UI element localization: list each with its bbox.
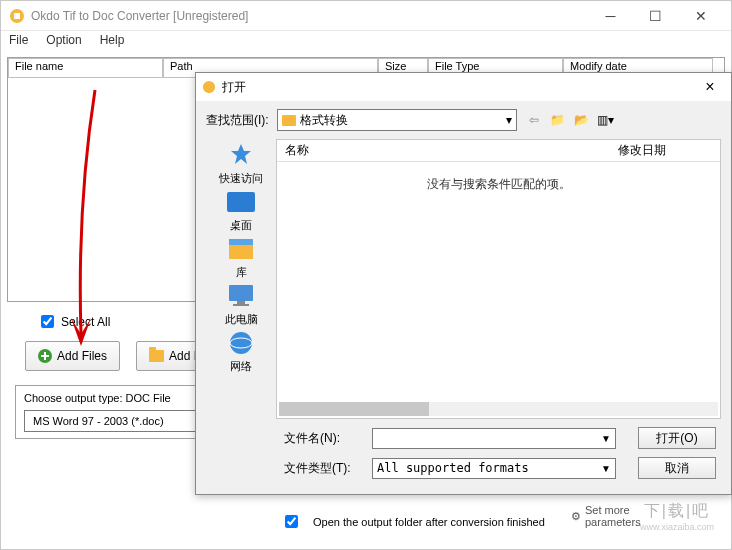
- chevron-down-icon: ▾: [506, 113, 512, 127]
- set-more-parameters-link[interactable]: ⚙ Set more parameters: [571, 504, 641, 528]
- svg-rect-6: [237, 301, 245, 304]
- desktop-icon: [225, 190, 257, 214]
- sidebar-item-this-pc[interactable]: 此电脑: [224, 282, 258, 327]
- filetype-label: 文件类型(T):: [284, 460, 362, 477]
- watermark: 下|载|吧 www.xiazaiba.com: [640, 501, 714, 532]
- star-icon: [226, 141, 256, 169]
- app-icon: [9, 8, 25, 24]
- svg-rect-2: [227, 192, 255, 212]
- maximize-button[interactable]: ☐: [633, 2, 678, 30]
- file-open-dialog: 打开 × 查找范围(I): 格式转换 ▾ ⇦ 📁 📂 ▥▾ 快速访问 桌面: [195, 72, 732, 495]
- open-after-label: Open the output folder after conversion …: [313, 516, 545, 528]
- look-in-combo[interactable]: 格式转换 ▾: [277, 109, 517, 131]
- menubar: File Option Help: [1, 31, 731, 51]
- menu-help[interactable]: Help: [100, 33, 125, 49]
- gear-icon: ⚙: [571, 510, 581, 523]
- svg-point-8: [230, 332, 252, 354]
- plus-icon: [38, 349, 52, 363]
- horizontal-scrollbar[interactable]: [279, 402, 718, 416]
- network-icon: [225, 330, 257, 356]
- sidebar-item-network[interactable]: 网络: [224, 329, 258, 374]
- cancel-button[interactable]: 取消: [638, 457, 716, 479]
- filename-label: 文件名(N):: [284, 430, 362, 447]
- select-all-label: Select All: [61, 315, 110, 329]
- sidebar-item-desktop[interactable]: 桌面: [224, 188, 258, 233]
- library-icon: [226, 236, 256, 262]
- titlebar: Okdo Tif to Doc Converter [Unregistered]…: [1, 1, 731, 31]
- filetype-select[interactable]: All supported formats ▼: [372, 458, 616, 479]
- add-files-button[interactable]: Add Files: [25, 341, 120, 371]
- up-folder-icon[interactable]: 📁: [549, 111, 567, 129]
- svg-rect-7: [233, 304, 249, 306]
- minimize-button[interactable]: ─: [588, 2, 633, 30]
- svg-rect-4: [229, 239, 253, 245]
- menu-file[interactable]: File: [9, 33, 28, 49]
- view-menu-icon[interactable]: ▥▾: [597, 111, 615, 129]
- pc-icon: [225, 283, 257, 309]
- svg-point-1: [203, 81, 215, 93]
- col-filename[interactable]: File name: [8, 58, 163, 78]
- look-in-label: 查找范围(I):: [206, 112, 269, 129]
- output-type-select[interactable]: MS Word 97 - 2003 (*.doc): [24, 410, 224, 432]
- menu-option[interactable]: Option: [46, 33, 81, 49]
- open-after-checkbox[interactable]: [285, 515, 298, 528]
- places-sidebar: 快速访问 桌面 库 此电脑 网络: [206, 139, 276, 419]
- chevron-down-icon: ▼: [601, 433, 611, 444]
- svg-rect-5: [229, 285, 253, 301]
- new-folder-icon[interactable]: 📂: [573, 111, 591, 129]
- dialog-titlebar: 打开 ×: [196, 73, 731, 101]
- open-button[interactable]: 打开(O): [638, 427, 716, 449]
- select-all-input[interactable]: [41, 315, 54, 328]
- sidebar-item-libraries[interactable]: 库: [224, 235, 258, 280]
- browser-col-name[interactable]: 名称: [277, 140, 610, 161]
- dialog-close-button[interactable]: ×: [695, 78, 725, 96]
- sidebar-item-quick-access[interactable]: 快速访问: [219, 141, 263, 186]
- dialog-title: 打开: [222, 79, 695, 96]
- browser-col-date[interactable]: 修改日期: [610, 140, 720, 161]
- back-icon[interactable]: ⇦: [525, 111, 543, 129]
- empty-message: 没有与搜索条件匹配的项。: [277, 162, 720, 207]
- folder-icon: [149, 350, 164, 362]
- filename-input[interactable]: ▼: [372, 428, 616, 449]
- chevron-down-icon: ▼: [601, 463, 611, 474]
- dialog-app-icon: [202, 80, 216, 94]
- close-button[interactable]: ✕: [678, 2, 723, 30]
- folder-icon: [282, 115, 296, 126]
- file-browser[interactable]: 名称 修改日期 没有与搜索条件匹配的项。: [276, 139, 721, 419]
- select-all-checkbox[interactable]: Select All: [37, 312, 110, 331]
- add-files-label: Add Files: [57, 349, 107, 363]
- window-title: Okdo Tif to Doc Converter [Unregistered]: [31, 9, 588, 23]
